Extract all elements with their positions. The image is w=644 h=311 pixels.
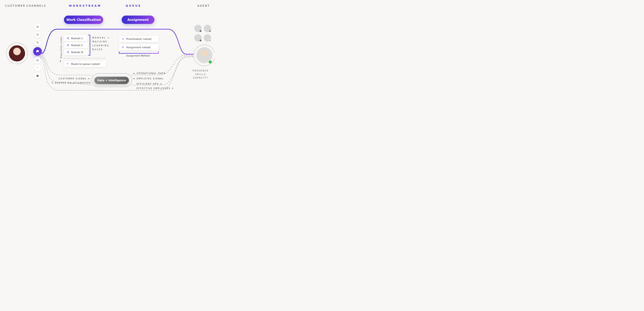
mini-agent-avatar [204,25,211,32]
phone-icon [34,39,41,46]
header-workstream: WORKSTREAM [69,4,101,7]
svg-rect-0 [36,26,39,28]
svg-point-11 [68,52,69,53]
svg-point-9 [67,52,68,52]
pill-work-classification: Work Classification [64,15,103,24]
pill-assignment: Assignment [122,15,154,24]
mini-agent-avatar [204,34,211,42]
svg-point-4 [68,37,69,38]
assignment-card: Assignment ruleset [119,44,158,50]
channels-column: SMS [33,24,42,79]
prioritisation-label: Prioritisation ruleset [126,37,152,40]
route-icon [66,62,69,65]
label-effective-employees: EFFECTIVE EMPLOYEES↗ [136,87,174,90]
package-icon [34,57,41,63]
arrow-upleft-icon: ↖ [52,81,54,84]
ruleset-card: Ruleset N [64,49,88,55]
ruleset-card: Ruleset 2 [64,42,88,48]
customer-avatar [9,45,25,61]
assignment-method-label: Assignment Method [126,54,150,57]
svg-point-3 [67,38,68,38]
svg-point-8 [68,45,69,46]
label-employee-signal: ←EMPLOYEE SIGNAL [133,77,164,80]
header-agent: AGENT [198,4,210,7]
svg-point-6 [67,45,68,45]
header-channels: CHANNELS [26,4,46,7]
arrow-left-icon: ← [133,77,136,80]
ruleset-card: Ruleset 1 [64,35,88,41]
arrow-right-icon: → [160,82,162,85]
ruleset-label: Ruleset 2 [71,44,83,47]
arrow-upright-icon: ↗ [172,87,174,90]
priority-icon [122,37,124,40]
label-deeper-relationships: ↖DEEPER RELATIONSHIPS [52,81,91,84]
dotted-separator [64,58,106,58]
mini-agents-grid [194,25,211,42]
header-customer: CUSTOMER [5,4,26,7]
flow-lines [0,0,215,104]
manual-ml-label: MANUAL + MACHINE LEARNING RULES [92,36,110,51]
twitter-icon [34,65,41,71]
route-to-queue-card: Route to queue ruleset [64,61,106,67]
mini-agent-avatar [194,34,202,42]
assignment-label: Assignment ruleset [126,46,150,49]
header-queue: QUEUE [126,4,142,7]
presence-available-icon: ✓ [208,60,212,64]
prioritisation-card: Prioritisation ruleset [119,36,158,42]
arrow-down-icon: ↓ [59,59,62,62]
ruleset-label: Ruleset N [71,51,83,54]
svg-point-10 [68,51,69,52]
mini-agent-avatar [194,25,202,32]
agent-meta: PRESENCE SKILLS CAPACITY [192,69,209,80]
messenger-icon [34,73,41,79]
assign-person-icon [122,46,124,49]
data-intel-pill: Data + Intelligence [94,77,129,84]
svg-point-13 [122,46,123,47]
share-icon [66,44,69,46]
svg-point-12 [123,39,124,40]
bracket-rulesets [88,35,90,56]
svg-text:SMS: SMS [37,34,38,35]
label-operational-data: ←OPERATIONAL DATA [133,72,166,75]
ruleset-label: Ruleset 1 [71,37,83,40]
share-icon [66,51,69,53]
svg-point-7 [68,44,69,45]
arrow-left-icon: ← [133,72,136,75]
route-label: Route to queue ruleset [71,62,100,65]
email-icon [34,24,41,30]
execution-order-label: Execution order [60,36,62,58]
chat-icon [33,47,42,56]
share-icon [66,37,69,40]
label-efficient-ops: EFFICIENT OPS→ [136,82,162,85]
bracket-assignment-method [119,51,159,54]
sms-icon: SMS [34,31,41,38]
label-customer-signal: CUSTOMER SIGNAL→ [58,77,90,80]
arrow-right-icon: → [88,77,90,80]
svg-point-5 [68,39,69,39]
